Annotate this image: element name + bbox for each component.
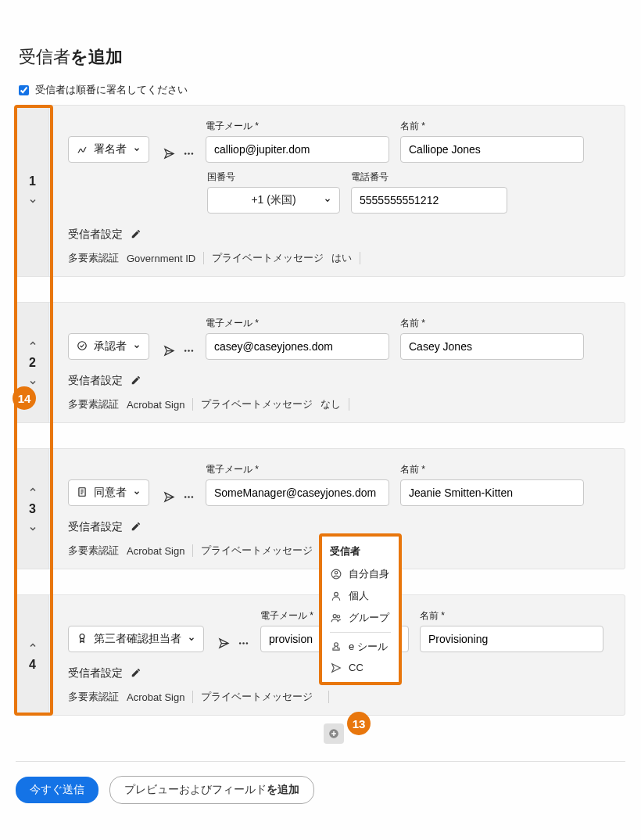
popover-item-individual[interactable]: 個人 — [330, 585, 391, 607]
popover-item-myself[interactable]: 自分自身 — [330, 563, 391, 585]
person-icon — [330, 591, 342, 601]
chevron-down-icon — [133, 486, 141, 499]
mfa-value: Acrobat Sign — [127, 691, 184, 703]
svg-point-16 — [335, 572, 338, 575]
recipient-card: 1 署名者 電子メール * 名前 * — [16, 105, 625, 277]
role-select[interactable]: 署名者 — [68, 136, 149, 163]
phone-label: 電話番号 — [351, 171, 507, 184]
edit-settings-button[interactable] — [131, 521, 141, 534]
role-select[interactable]: 第三者確認担当者 — [68, 626, 204, 652]
role-select[interactable]: 同意者 — [68, 479, 149, 506]
callout-13: 13 — [347, 712, 371, 735]
more-options-icon[interactable] — [183, 345, 195, 360]
svg-point-4 — [184, 350, 187, 352]
delivery-icon[interactable] — [163, 148, 175, 163]
chevron-down-icon — [133, 143, 141, 156]
popover-item-eseal[interactable]: e シール — [330, 636, 391, 658]
edit-settings-button[interactable] — [131, 667, 141, 680]
preview-fields-button[interactable]: プレビューおよびフィールドを追加 — [109, 776, 314, 804]
mfa-value: Acrobat Sign — [127, 545, 184, 557]
more-options-icon[interactable] — [238, 637, 249, 652]
name-input[interactable] — [400, 136, 584, 163]
svg-point-3 — [78, 341, 87, 350]
add-recipient-button[interactable] — [324, 723, 344, 744]
email-input[interactable] — [206, 136, 389, 163]
role-select[interactable]: 承認者 — [68, 333, 149, 360]
order-number: 4 — [29, 658, 36, 672]
callout-14: 14 — [13, 386, 36, 410]
svg-point-1 — [188, 153, 190, 155]
phone-input[interactable] — [351, 187, 507, 214]
svg-point-12 — [239, 642, 242, 644]
role-label: 第三者確認担当者 — [94, 632, 181, 646]
person-circle-icon — [330, 569, 342, 580]
sign-in-order-checkbox[interactable]: 受信者は順番に署名してください — [19, 83, 625, 97]
name-input[interactable] — [400, 333, 584, 360]
popover-title: 受信者 — [330, 544, 391, 558]
name-label: 名前 * — [420, 609, 603, 623]
page-title: 受信者を追加 — [19, 45, 625, 69]
send-now-button[interactable]: 今すぐ送信 — [16, 777, 98, 803]
mfa-label: 多要素認証 — [68, 690, 119, 704]
order-number: 3 — [29, 502, 36, 516]
name-input[interactable] — [420, 626, 603, 652]
name-label: 名前 * — [400, 463, 584, 476]
send-icon — [330, 662, 342, 673]
email-label: 電子メール * — [206, 120, 389, 133]
recipient-settings-label: 受信者設定 — [68, 228, 123, 242]
move-up-button[interactable] — [27, 337, 39, 350]
private-message-label: プライベートメッセージ — [201, 397, 313, 411]
order-number: 2 — [29, 356, 36, 370]
name-input[interactable] — [400, 479, 584, 506]
more-options-icon[interactable] — [183, 148, 195, 163]
move-down-button[interactable] — [27, 195, 39, 207]
svg-point-20 — [335, 643, 338, 647]
svg-point-9 — [188, 496, 190, 498]
role-icon — [77, 143, 88, 156]
role-icon — [77, 486, 88, 500]
mfa-label: 多要素認証 — [68, 251, 119, 265]
move-up-button[interactable] — [27, 483, 39, 496]
order-number: 1 — [29, 174, 36, 188]
sign-in-order-input[interactable] — [19, 85, 29, 95]
private-message-label: プライベートメッセージ — [201, 544, 313, 558]
svg-point-5 — [188, 350, 190, 352]
mfa-value: Government ID — [127, 253, 195, 264]
svg-point-18 — [333, 615, 336, 618]
divider — [16, 761, 625, 762]
email-input[interactable] — [206, 333, 389, 360]
edit-settings-button[interactable] — [131, 228, 141, 242]
svg-point-2 — [192, 153, 194, 155]
email-label: 電子メール * — [206, 463, 389, 476]
svg-point-6 — [192, 350, 194, 352]
meta-divider — [192, 544, 193, 557]
sign-in-order-label: 受信者は順番に署名してください — [35, 83, 188, 97]
svg-point-17 — [335, 592, 338, 596]
popover-item-cc[interactable]: CC — [330, 658, 391, 677]
private-message-value: はい — [331, 251, 352, 265]
delivery-icon[interactable] — [218, 637, 230, 652]
country-code-select[interactable]: +1 (米国) — [207, 187, 340, 214]
mfa-label: 多要素認証 — [68, 397, 119, 411]
role-label: 承認者 — [94, 339, 127, 354]
chevron-down-icon — [188, 633, 195, 645]
country-code-label: 国番号 — [207, 171, 340, 184]
svg-point-14 — [246, 642, 249, 644]
more-options-icon[interactable] — [183, 491, 195, 506]
delivery-icon[interactable] — [163, 491, 175, 506]
order-column: 3 — [16, 449, 49, 569]
svg-point-8 — [184, 496, 187, 498]
recipient-card: 2 承認者 電子メール * 名前 * — [16, 302, 625, 423]
move-up-button[interactable] — [27, 639, 39, 652]
recipient-settings-label: 受信者設定 — [68, 666, 123, 680]
svg-point-13 — [242, 642, 245, 644]
meta-divider — [192, 691, 193, 703]
email-input[interactable] — [206, 479, 389, 506]
move-down-button[interactable] — [27, 522, 39, 535]
delivery-icon[interactable] — [163, 345, 175, 360]
popover-item-group[interactable]: グループ — [330, 607, 391, 629]
name-label: 名前 * — [400, 317, 584, 330]
group-icon — [330, 612, 342, 623]
meta-divider — [328, 691, 329, 703]
edit-settings-button[interactable] — [131, 375, 141, 388]
